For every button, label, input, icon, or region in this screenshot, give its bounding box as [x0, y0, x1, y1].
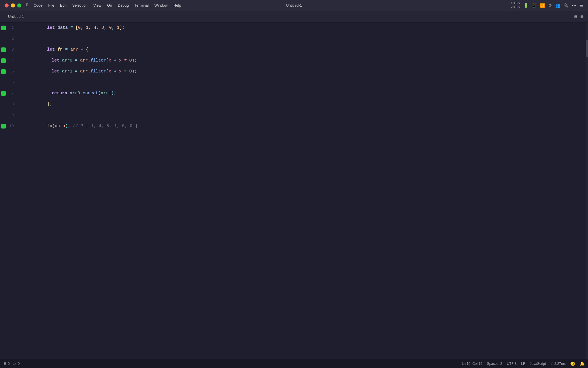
language-mode[interactable]: JavaScript — [530, 362, 546, 366]
line-number-7: 7 — [7, 88, 14, 99]
line-number-5: 5 — [7, 66, 14, 77]
notification-icon[interactable]: 🔔 — [580, 361, 585, 366]
users-icon: 👥 — [555, 3, 560, 8]
titlebar:  Code File Edit Selection View Go Debug… — [0, 0, 588, 11]
warning-icon: ⚠ — [13, 361, 17, 366]
scrollbar-thumb[interactable] — [586, 40, 588, 57]
settings-dot-icon[interactable] — [581, 15, 583, 18]
menu-bar:  Code File Edit Selection View Go Debug… — [26, 3, 183, 8]
menu-edit[interactable]: Edit — [58, 3, 69, 8]
tab-actions: ⊞ — [574, 14, 583, 20]
table-row: 10 fn(data); // ? [ 1, 4, 8, 1, 0, 0 ] — [0, 121, 588, 132]
cursor-position[interactable]: Ln 10, Col 15 — [462, 362, 482, 366]
code-area[interactable]: 1 let data = [0, 1, 4, 8, 0, 1]; 2 3 let… — [0, 22, 588, 359]
line-number-4: 4 — [7, 55, 14, 66]
warning-number: 0 — [18, 362, 20, 366]
wifi-icon: 📶 — [540, 3, 545, 8]
line-gutter-4: 4 — [0, 55, 17, 66]
breakpoint-1[interactable] — [1, 26, 6, 30]
table-row: 1 let data = [0, 1, 4, 8, 0, 1]; — [0, 22, 588, 33]
breakpoint-10[interactable] — [1, 124, 6, 129]
error-icon: ✖ — [3, 361, 7, 366]
line-number-8: 8 — [7, 99, 14, 110]
line-gutter-3: 3 — [0, 44, 17, 55]
tabbar: Untitled-1 ⊞ — [0, 11, 588, 22]
tab-label: Untitled-1 — [8, 14, 24, 19]
indentation[interactable]: Spaces: 2 — [487, 362, 502, 366]
statusbar-left: ✖ 0 ⚠ 0 — [3, 361, 20, 366]
line-number-3: 3 — [7, 44, 14, 55]
breakpoint-4[interactable] — [1, 58, 6, 63]
menu-view[interactable]: View — [91, 3, 104, 8]
list-icon: ☰ — [580, 3, 583, 8]
smiley-icon[interactable]: 🙂 — [570, 361, 575, 366]
menu-debug[interactable]: Debug — [115, 3, 131, 8]
line-number-6: 6 — [7, 77, 14, 88]
line-gutter-8: 8 — [0, 99, 17, 110]
extension-icon: 🔌 — [564, 3, 568, 8]
network-speed: 1 KB/s 2 KB/s — [511, 1, 520, 9]
line-ending[interactable]: LF — [521, 362, 525, 366]
line-gutter-5: 5 — [0, 66, 17, 77]
minimize-button[interactable] — [11, 3, 15, 7]
statusbar: ✖ 0 ⚠ 0 Ln 10, Col 15 Spaces: 2 UTF-8 LF… — [0, 359, 588, 368]
editor[interactable]: 1 let data = [0, 1, 4, 8, 0, 1]; 2 3 let… — [0, 22, 588, 359]
line-content-10: fn(data); // ? [ 1, 4, 8, 1, 0, 0 ] — [17, 110, 138, 143]
table-row: 7 return arr0.concat(arr1); — [0, 88, 588, 99]
apple-icon:  — [26, 3, 29, 8]
breakpoint-7[interactable] — [1, 91, 6, 96]
line-gutter-9: 9 — [0, 110, 17, 121]
breakpoint-5[interactable] — [1, 69, 6, 74]
line-gutter-6: 6 — [0, 77, 17, 88]
tab-untitled[interactable]: Untitled-1 — [3, 11, 29, 22]
menu-selection[interactable]: Selection — [70, 3, 90, 8]
titlebar-right: 1 KB/s 2 KB/s 🔋 📱 📶 ⊘ 👥 🔌 ••• ☰ — [511, 1, 583, 9]
line-gutter-2: 2 — [0, 33, 17, 44]
menu-file[interactable]: File — [46, 3, 57, 8]
more-icon: ••• — [572, 3, 576, 8]
titlebar-left:  Code File Edit Selection View Go Debug… — [5, 3, 183, 8]
timing-badge: ✓ 2.27ms — [550, 362, 566, 366]
menu-terminal[interactable]: Terminal — [132, 3, 151, 8]
window-title: Untitled-1 — [286, 3, 302, 7]
table-row: 5 let arr1 = arr.filter(x ⇒ x ≡ 0); — [0, 66, 588, 77]
error-number: 0 — [8, 362, 10, 366]
fullscreen-button[interactable] — [17, 3, 21, 7]
line-number-1: 1 — [7, 22, 14, 33]
menu-help[interactable]: Help — [171, 3, 183, 8]
traffic-lights — [5, 3, 21, 7]
menu-go[interactable]: Go — [105, 3, 114, 8]
scrollbar-track[interactable] — [586, 22, 588, 359]
menu-code[interactable]: Code — [31, 3, 45, 8]
split-editor-icon[interactable]: ⊞ — [574, 14, 577, 20]
line-number-9: 9 — [7, 110, 14, 121]
close-button[interactable] — [5, 3, 9, 7]
line-gutter-1: 1 — [0, 22, 17, 33]
clock-icon: ⊘ — [548, 3, 552, 8]
phone-icon: 📱 — [532, 3, 537, 8]
breakpoint-3[interactable] — [1, 47, 6, 52]
file-encoding[interactable]: UTF-8 — [507, 362, 517, 366]
menu-window[interactable]: Window — [152, 3, 170, 8]
line-number-2: 2 — [7, 33, 14, 44]
error-count[interactable]: ✖ 0 ⚠ 0 — [3, 361, 20, 366]
line-gutter-10: 10 — [0, 121, 17, 132]
statusbar-right: Ln 10, Col 15 Spaces: 2 UTF-8 LF JavaScr… — [462, 361, 585, 366]
battery-icon: 🔋 — [523, 3, 528, 8]
line-number-10: 10 — [7, 121, 14, 132]
line-gutter-7: 7 — [0, 88, 17, 99]
